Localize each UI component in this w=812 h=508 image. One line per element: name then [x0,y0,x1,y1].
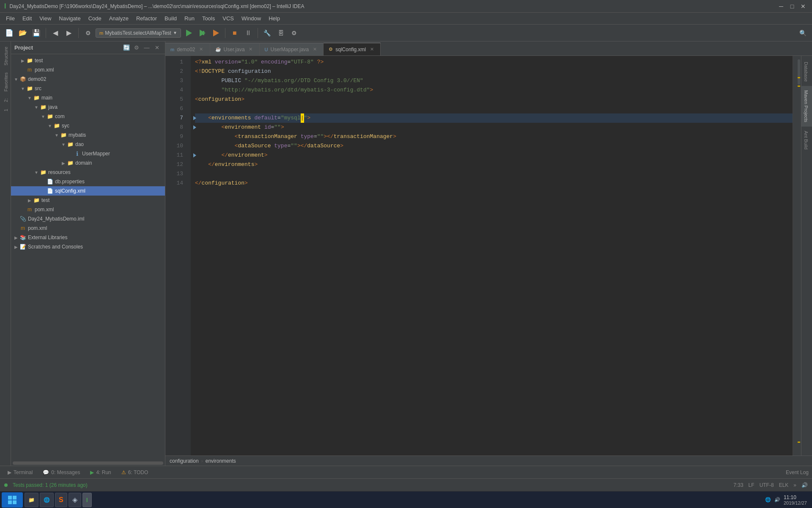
sidebar-settings-button[interactable]: ⚙ [132,43,141,52]
coverage-button[interactable] [196,27,208,39]
tab-usermapper-close[interactable]: ✕ [311,46,318,53]
run-config-selector[interactable]: m MybatisTest.selectAllMapTest ▼ [96,28,181,38]
tab-demo02[interactable]: m demo02 ✕ [165,43,210,55]
tree-item-pom-root[interactable]: ▶ m pom.xml [11,65,165,75]
tab-usermapper[interactable]: U UserMapper.java ✕ [260,43,324,55]
tab-demo02-close[interactable]: ✕ [198,46,205,53]
run-button[interactable] [183,27,195,39]
sidebar-expand-button[interactable]: ✕ [152,43,162,52]
tree-item-test1[interactable]: ▶ 📁 test [11,56,165,65]
event-log-label[interactable]: Event Log [786,469,809,475]
start-button[interactable] [2,492,23,508]
new-file-button[interactable]: 📄 [3,27,15,39]
tree-item-sqlconfig[interactable]: ▶ 📄 sqlConfig.xml [11,186,165,196]
tree-arrow-test1: ▶ [19,57,26,64]
todo-tab[interactable]: ⚠ 6: TODO [117,467,153,478]
tree-arrow-scratches: ▶ [13,243,19,250]
back-button[interactable]: ◀ [49,27,61,39]
sidebar-title: Project [14,44,33,51]
database-button[interactable]: 🗄 [275,27,287,39]
tree-item-src[interactable]: ▼ 📁 src [11,84,165,93]
tree-arrow-src: ▼ [19,85,26,92]
bottom-right-area: Event Log [786,469,809,475]
vtab-1[interactable]: 1 [0,105,11,115]
tree-item-dbproperties[interactable]: ▶ 📄 db.properties [11,177,165,186]
terminal-icon: ▶ [8,469,11,475]
tree-item-external-libs[interactable]: ▶ 📚 External Libraries [11,233,165,242]
taskbar-intellij[interactable]: I [82,493,92,507]
menu-analyze[interactable]: Analyze [106,14,132,23]
menu-view[interactable]: View [36,14,55,23]
taskbar-sublime[interactable]: S [55,493,67,507]
menu-edit[interactable]: Edit [19,14,35,23]
menu-run[interactable]: Run [181,14,198,23]
sdk-button[interactable]: 🔧 [261,27,273,39]
taskbar-right-area: 🌐 🔊 11:10 2019/12/27 [765,494,810,505]
taskbar-explorer[interactable]: 📁 [25,493,38,507]
menu-navigate[interactable]: Navigate [55,14,84,23]
run-tab[interactable]: ▶ 4: Run [86,467,115,478]
terminal-tab[interactable]: ▶ Terminal [3,467,37,478]
tree-item-resources[interactable]: ▼ 📁 resources [11,168,165,177]
taskbar-browser[interactable]: 🌐 [40,493,54,507]
pause-button[interactable]: ⏸ [242,27,254,39]
tree-arrow-test2: ▶ [26,197,33,204]
structure-tab[interactable]: Structure [0,43,11,69]
menu-build[interactable]: Build [161,14,180,23]
tree-item-scratches[interactable]: ▶ 📝 Scratches and Consoles [11,242,165,251]
vtab-2[interactable]: 2: [0,95,11,105]
search-button[interactable]: 🔍 [797,27,809,39]
tree-item-test2[interactable]: ▶ 📁 test [11,196,165,205]
menu-vcs[interactable]: VCS [219,14,237,23]
messages-tab[interactable]: 💬 0: Messages [38,467,84,478]
sidebar-collapse-button[interactable]: — [142,43,151,52]
debug-button[interactable] [210,27,222,39]
favorites-tab[interactable]: Favorites [0,69,11,95]
close-button[interactable]: ✕ [798,2,808,11]
sublime-icon: S [59,496,63,504]
tree-item-usermapper[interactable]: ▶ ℹ UserMapper [11,149,165,158]
code-editor[interactable]: <?xml version="1.0" encoding="UTF-8" ?> … [191,56,793,456]
tree-item-iml[interactable]: ▶ 📎 Day24_MybatisDemo.iml [11,214,165,224]
tree-item-demo02[interactable]: ▼ 📦 demo02 [11,75,165,84]
ant-panel-tab[interactable]: Ant Build [801,127,812,154]
open-button[interactable]: 📂 [17,27,29,39]
tree-item-dao[interactable]: ▼ 📁 dao [11,140,165,149]
settings-button[interactable]: ⚙ [288,27,300,39]
taskbar-app4[interactable]: ◈ [69,493,81,507]
tree-item-mybatis[interactable]: ▼ 📁 mybatis [11,130,165,140]
maven-panel-tab[interactable]: Maven Projects [801,86,812,127]
minimize-button[interactable]: ─ [776,2,786,11]
sidebar-sync-button[interactable]: 🔄 [122,43,131,52]
tree-item-com[interactable]: ▼ 📁 com [11,112,165,121]
database-panel-tab[interactable]: Database [801,58,812,86]
menu-refactor[interactable]: Refactor [133,14,160,23]
right-scroll-gutter[interactable] [793,56,801,456]
tree-item-java[interactable]: ▼ 📁 java [11,102,165,112]
editor-body: 1 2 3 4 5 6 7 8 9 10 11 12 13 14 [165,56,812,456]
left-tool-strip: Structure Favorites 2: 1 [0,41,11,466]
tree-scrollbar[interactable] [13,461,163,465]
menu-window[interactable]: Window [238,14,264,23]
maximize-button[interactable]: □ [787,2,797,11]
menu-file[interactable]: File [3,14,18,23]
tree-item-syc[interactable]: ▼ 📁 syc [11,121,165,130]
scroll-warning-2 [798,86,800,87]
tab-sqlconfig-close[interactable]: ✕ [368,46,375,53]
folder-com-icon: 📁 [47,113,53,120]
tree-item-pom-root2[interactable]: ▶ m pom.xml [11,224,165,233]
tab-userjava-close[interactable]: ✕ [247,46,254,53]
build-button[interactable]: ⚙ [82,27,94,39]
forward-button[interactable]: ▶ [63,27,75,39]
tree-item-main[interactable]: ▼ 📁 main [11,93,165,102]
tree-item-pom-demo02[interactable]: ▶ m pom.xml [11,205,165,214]
menu-tools[interactable]: Tools [199,14,218,23]
tree-label-usermapper: UserMapper [82,151,110,157]
tree-item-domain[interactable]: ▶ 📁 domain [11,158,165,168]
save-button[interactable]: 💾 [30,27,42,39]
tab-sqlconfig[interactable]: ⚙ sqlConfig.xml ✕ [324,43,381,55]
menu-code[interactable]: Code [85,14,105,23]
menu-help[interactable]: Help [265,14,283,23]
tab-userjava[interactable]: ☕ User.java ✕ [210,43,260,55]
stop-button[interactable]: ■ [229,27,241,39]
